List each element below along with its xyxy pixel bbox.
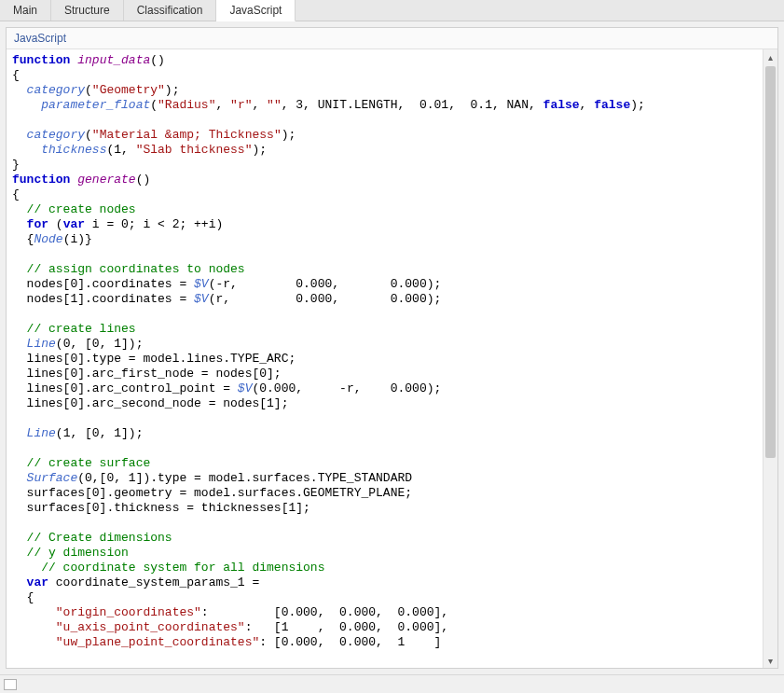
tab-classification[interactable]: Classification [124, 0, 217, 21]
tab-structure[interactable]: Structure [51, 0, 124, 21]
tab-main[interactable]: Main [0, 0, 51, 21]
scroll-thumb[interactable] [765, 66, 776, 458]
vertical-scrollbar[interactable]: ▴ ▾ [763, 49, 777, 668]
footer-bar [0, 674, 784, 693]
scroll-down-icon[interactable]: ▾ [763, 653, 777, 668]
tab-javascript[interactable]: JavaScript [216, 0, 296, 21]
code-panel: JavaScript function input_data() { categ… [6, 27, 778, 669]
tab-bar: Main Structure Classification JavaScript [0, 0, 784, 21]
panel-label: JavaScript [7, 28, 777, 49]
scroll-up-icon[interactable]: ▴ [763, 49, 777, 64]
footer-icon[interactable] [4, 679, 17, 690]
code-wrap: function input_data() { category("Geomet… [7, 49, 777, 668]
code-editor[interactable]: function input_data() { category("Geomet… [7, 49, 763, 668]
